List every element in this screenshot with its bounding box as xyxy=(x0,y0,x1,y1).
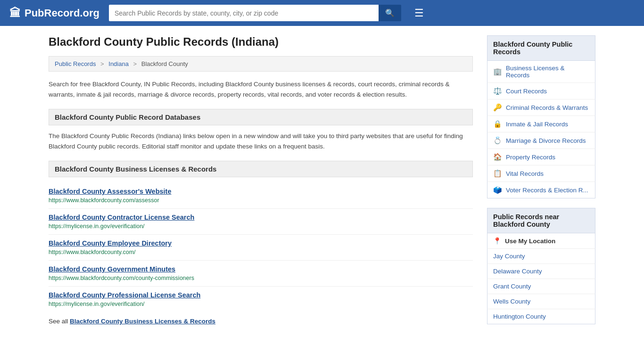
sidebar-item-marriage-label: Marriage & Divorce Records xyxy=(506,137,586,144)
sidebar-item-property[interactable]: 🏠 Property Records xyxy=(487,149,595,165)
search-button[interactable]: 🔍 xyxy=(379,5,401,21)
sidebar-item-property-label: Property Records xyxy=(506,154,555,161)
sidebar-item-inmate-label: Inmate & Jail Records xyxy=(506,121,568,128)
logo-icon: 🏛 xyxy=(9,7,21,20)
sidebar-jay-county-label: Jay County xyxy=(493,253,525,260)
sidebar-delaware-county-label: Delaware County xyxy=(493,268,542,275)
databases-section-header: Blackford County Public Record Databases xyxy=(49,109,473,125)
sidebar-grant-county-label: Grant County xyxy=(493,283,531,290)
hamburger-button[interactable]: ☰ xyxy=(411,5,428,21)
search-icon: 🔍 xyxy=(385,9,395,17)
record-link-title-1[interactable]: Blackford County Contractor License Sear… xyxy=(49,214,473,221)
sidebar-wells-county[interactable]: Wells County xyxy=(487,294,595,309)
record-link-url-1: https://mylicense.in.gov/everification/ xyxy=(49,223,145,230)
sidebar-huntington-county[interactable]: Huntington County xyxy=(487,309,595,324)
lock-icon: 🔒 xyxy=(493,120,502,128)
logo-text: PubRecord.org xyxy=(25,7,99,19)
sidebar-records-title: Blackford County Public Records xyxy=(487,35,595,61)
page-title: Blackford County Public Records (Indiana… xyxy=(49,35,473,49)
breadcrumb-indiana[interactable]: Indiana xyxy=(108,60,129,67)
record-link-title-3[interactable]: Blackford County Government Minutes xyxy=(49,265,473,273)
sidebar: Blackford County Public Records 🏢 Busine… xyxy=(487,35,595,334)
clipboard-icon: 📋 xyxy=(493,169,502,178)
key-icon: 🔑 xyxy=(493,103,502,112)
hamburger-icon: ☰ xyxy=(414,7,424,19)
page-container: Blackford County Public Records (Indiana… xyxy=(39,26,605,343)
record-links-list: Blackford County Assessor's Website http… xyxy=(49,183,473,312)
logo[interactable]: 🏛 PubRecord.org xyxy=(9,7,99,20)
sidebar-item-marriage[interactable]: 💍 Marriage & Divorce Records xyxy=(487,132,595,149)
sidebar-delaware-county[interactable]: Delaware County xyxy=(487,264,595,279)
sidebar-item-vital[interactable]: 📋 Vital Records xyxy=(487,165,595,182)
scales-icon: ⚖️ xyxy=(493,87,502,95)
breadcrumb-current: Blackford County xyxy=(141,60,188,67)
record-link-url-4: https://mylicense.in.gov/everification/ xyxy=(49,301,145,307)
sidebar-item-business-label: Business Licenses & Records xyxy=(506,65,589,79)
main-content: Blackford County Public Records (Indiana… xyxy=(49,35,473,334)
breadcrumb-sep-2: > xyxy=(133,60,137,67)
breadcrumb-sep-1: > xyxy=(100,60,104,67)
business-section-header: Blackford County Business Licenses & Rec… xyxy=(49,161,473,177)
record-link-0: Blackford County Assessor's Website http… xyxy=(49,183,473,209)
sidebar-nearby-title: Public Records near Blackford County xyxy=(487,208,595,233)
sidebar-item-court[interactable]: ⚖️ Court Records xyxy=(487,83,595,99)
sidebar-use-location-label: Use My Location xyxy=(505,238,555,245)
sidebar-item-inmate[interactable]: 🔒 Inmate & Jail Records xyxy=(487,116,595,132)
pin-icon: 📍 xyxy=(493,237,501,245)
sidebar-item-vital-label: Vital Records xyxy=(506,170,544,177)
databases-desc: The Blackford County Public Records (Ind… xyxy=(49,131,473,151)
sidebar-item-business[interactable]: 🏢 Business Licenses & Records xyxy=(487,61,595,83)
sidebar-huntington-county-label: Huntington County xyxy=(493,313,546,320)
search-input[interactable] xyxy=(109,5,379,21)
ballot-icon: 🗳️ xyxy=(493,186,502,194)
see-all-link[interactable]: Blackford County Business Licenses & Rec… xyxy=(70,318,215,325)
record-link-1: Blackford County Contractor License Sear… xyxy=(49,209,473,235)
intro-text: Search for free Blackford County, IN Pub… xyxy=(49,79,473,99)
record-link-2: Blackford County Employee Directory http… xyxy=(49,235,473,261)
record-link-title-0[interactable]: Blackford County Assessor's Website xyxy=(49,188,473,195)
record-link-title-4[interactable]: Blackford County Professional License Se… xyxy=(49,291,473,299)
ring-icon: 💍 xyxy=(493,136,502,145)
sidebar-use-location[interactable]: 📍 Use My Location xyxy=(487,233,595,249)
sidebar-item-court-label: Court Records xyxy=(506,88,547,95)
record-link-url-0: https://www.blackfordcounty.com/assessor xyxy=(49,197,159,204)
sidebar-nearby-section: Public Records near Blackford County 📍 U… xyxy=(487,208,595,324)
sidebar-grant-county[interactable]: Grant County xyxy=(487,279,595,294)
record-link-3: Blackford County Government Minutes http… xyxy=(49,261,473,287)
breadcrumb: Public Records > Indiana > Blackford Cou… xyxy=(49,56,473,72)
sidebar-wells-county-label: Wells County xyxy=(493,298,530,305)
search-bar: 🔍 xyxy=(109,5,401,21)
building-icon: 🏢 xyxy=(493,67,502,76)
breadcrumb-public-records[interactable]: Public Records xyxy=(55,60,96,67)
sidebar-item-criminal-label: Criminal Records & Warrants xyxy=(506,104,588,111)
record-link-url-2: https://www.blackfordcounty.com/ xyxy=(49,249,136,255)
house-icon: 🏠 xyxy=(493,153,502,161)
record-link-url-3: https://www.blackfordcounty.com/county-c… xyxy=(49,275,194,281)
sidebar-item-voter[interactable]: 🗳️ Voter Records & Election R... xyxy=(487,182,595,198)
sidebar-jay-county[interactable]: Jay County xyxy=(487,249,595,264)
record-link-4: Blackford County Professional License Se… xyxy=(49,287,473,312)
header: 🏛 PubRecord.org 🔍 ☰ xyxy=(0,0,644,26)
record-link-title-2[interactable]: Blackford County Employee Directory xyxy=(49,239,473,247)
sidebar-item-criminal[interactable]: 🔑 Criminal Records & Warrants xyxy=(487,99,595,116)
sidebar-item-voter-label: Voter Records & Election R... xyxy=(506,187,588,194)
see-all-text: See all Blackford County Business Licens… xyxy=(49,318,473,325)
sidebar-records-section: Blackford County Public Records 🏢 Busine… xyxy=(487,35,595,198)
